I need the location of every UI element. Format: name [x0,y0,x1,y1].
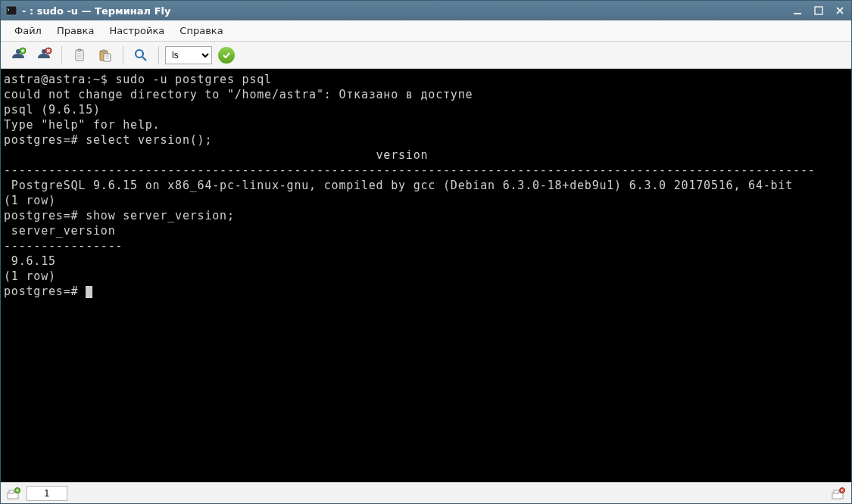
minimize-button[interactable] [791,4,804,17]
svg-rect-14 [104,54,111,61]
menu-file[interactable]: Файл [7,22,49,39]
svg-rect-20 [9,490,14,493]
terminal-output[interactable]: astra@astra:~$ sudo -u postgres psqlcoul… [4,72,848,479]
terminal-line: ----------------------------------------… [4,163,848,178]
apply-button[interactable] [218,47,235,64]
menubar: Файл Правка Настройка Справка [1,20,851,42]
window-title: - : sudo -u — Терминал Fly [22,5,170,17]
terminal-line: Type "help" for help. [4,117,848,132]
svg-rect-13 [102,50,105,52]
menu-settings[interactable]: Настройка [101,22,172,39]
toolbar: ls [1,42,851,69]
tab-1[interactable]: 1 [27,486,67,501]
titlebar: - : sudo -u — Терминал Fly [1,1,851,20]
font-select[interactable]: ls [165,46,212,64]
search-button[interactable] [130,45,152,66]
toolbar-separator [61,46,62,64]
terminal-line: (1 row) [4,193,848,208]
svg-rect-0 [6,6,17,15]
copy-button[interactable] [68,45,91,66]
terminal-line: astra@astra:~$ sudo -u postgres psql [4,72,848,87]
window: - : sudo -u — Терминал Fly Файл Правка Н… [0,0,852,504]
new-tab-button[interactable] [5,486,22,501]
terminal-line: server_version [4,223,848,238]
svg-point-17 [136,50,143,58]
window-controls [791,4,847,17]
new-session-button[interactable] [7,45,30,66]
terminal-line: ---------------- [4,238,848,254]
terminal-icon [5,5,17,17]
close-session-button[interactable] [33,45,55,66]
terminal-line: postgres=# show server_version; [4,208,848,223]
menu-help[interactable]: Справка [172,22,230,39]
terminal-line: 9.6.15 [4,254,848,269]
terminal-line: postgres=# select version(); [4,132,848,148]
svg-line-18 [142,57,146,61]
svg-rect-2 [815,7,822,14]
terminal-line: PostgreSQL 9.6.15 on x86_64-pc-linux-gnu… [4,178,848,193]
menu-edit[interactable]: Правка [49,22,101,39]
terminal-line: (1 row) [4,269,848,284]
statusbar: 1 [1,482,851,503]
terminal-line: could not change directory to "/home/ast… [4,87,848,102]
toolbar-separator [158,46,159,64]
close-tab-button[interactable] [830,486,847,501]
svg-rect-1 [794,13,801,14]
paste-button[interactable] [94,45,117,66]
toolbar-separator [123,46,123,64]
terminal-line: psql (9.6.15) [4,102,848,117]
close-button[interactable] [833,4,847,17]
svg-rect-23 [834,490,838,493]
terminal-line: postgres=# [4,284,848,299]
terminal-area[interactable]: astra@astra:~$ sudo -u postgres psqlcoul… [1,69,851,482]
cursor [86,286,92,298]
terminal-line: version [4,148,848,163]
svg-rect-8 [78,49,81,51]
maximize-button[interactable] [812,4,825,17]
